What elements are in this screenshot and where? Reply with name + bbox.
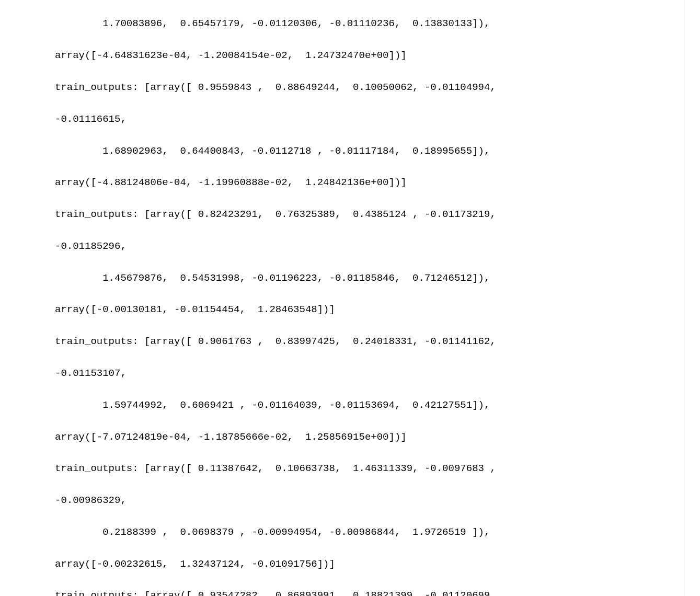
output-line: -0.01153107, xyxy=(55,365,684,381)
output-line: 1.45679876, 0.54531998, -0.01196223, -0.… xyxy=(55,270,684,286)
console-output: 1.70083896, 0.65457179, -0.01120306, -0.… xyxy=(0,0,684,596)
output-line: array([-7.07124819e-04, -1.18785666e-02,… xyxy=(55,429,684,445)
output-line: array([-4.64831623e-04, -1.20084154e-02,… xyxy=(55,48,684,63)
output-line: 1.70083896, 0.65457179, -0.01120306, -0.… xyxy=(55,16,684,31)
output-line: 1.68902963, 0.64400843, -0.0112718 , -0.… xyxy=(55,143,684,159)
output-line: 0.2188399 , 0.0698379 , -0.00994954, -0.… xyxy=(55,524,684,540)
output-line: array([-4.88124806e-04, -1.19960888e-02,… xyxy=(55,175,684,190)
output-line: train_outputs: [array([ 0.9559843 , 0.88… xyxy=(55,79,684,95)
output-line: -0.01116615, xyxy=(55,111,684,127)
output-line: -0.01185296, xyxy=(55,238,684,254)
output-line: train_outputs: [array([ 0.11387642, 0.10… xyxy=(55,461,684,476)
output-line: train_outputs: [array([ 0.82423291, 0.76… xyxy=(55,207,684,222)
output-line: -0.00986329, xyxy=(55,492,684,508)
output-line: 1.59744992, 0.6069421 , -0.01164039, -0.… xyxy=(55,397,684,413)
output-line: array([-0.00232615, 1.32437124, -0.01091… xyxy=(55,556,684,572)
output-line: train_outputs: [array([ 0.93547282, 0.86… xyxy=(55,588,684,596)
output-line: train_outputs: [array([ 0.9061763 , 0.83… xyxy=(55,334,684,349)
output-line: array([-0.00130181, -0.01154454, 1.28463… xyxy=(55,302,684,317)
